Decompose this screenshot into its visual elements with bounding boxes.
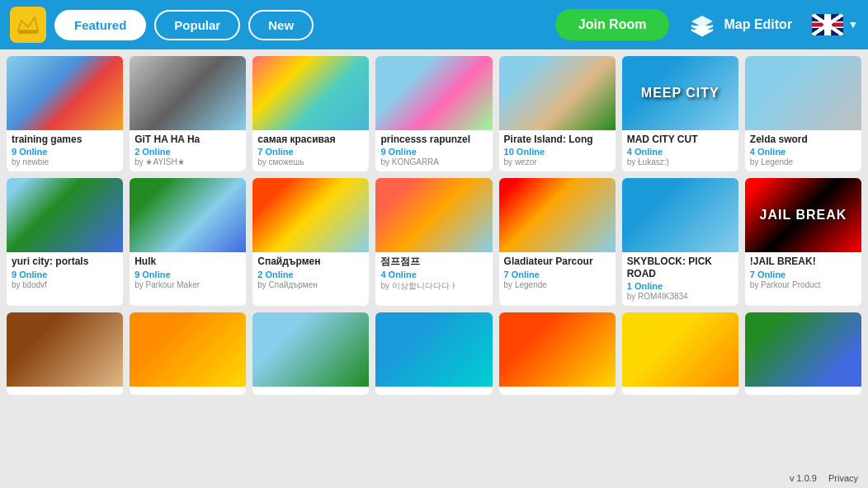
game-thumbnail [499,56,616,130]
game-thumbnail [252,178,369,252]
game-info [499,387,616,395]
game-info [130,387,246,395]
game-author: by ROM4IK3834 [627,292,734,301]
game-card[interactable]: SKYBLOCK: PICK ROAD1 Onlineby ROM4IK3834 [622,178,738,306]
crown-icon[interactable] [10,7,46,43]
language-button[interactable]: ▼ [812,14,858,35]
new-button[interactable]: New [248,10,314,40]
game-title: GiT HA HA Ha [134,134,241,145]
game-info: 점프점프4 Onlineby 이상합니다다다ㅏ [375,252,492,296]
map-editor-area[interactable]: Map Editor [687,10,792,40]
game-thumbnail: JAIL BREAK [745,178,861,252]
game-online-count: 1 Online [627,281,734,291]
game-author: by Parkour Maker [134,280,241,289]
game-info: !JAIL BREAK!7 Onlineby Parkour Product [745,252,861,293]
game-online-count: 9 Online [12,270,118,279]
privacy-link[interactable]: Privacy [828,473,858,483]
game-author: by Спайдърмен [257,280,364,289]
game-thumbnail [130,178,246,252]
game-thumbnail [622,178,738,252]
game-online-count: 2 Online [134,147,241,157]
game-info: самая красивая7 Onlineby сможешь [252,130,369,171]
game-card[interactable] [252,312,369,395]
game-info: training games9 Onlineby newbie [7,130,123,171]
game-card[interactable]: JAIL BREAK!JAIL BREAK!7 Onlineby Parkour… [745,178,861,306]
game-card[interactable]: training games9 Onlineby newbie [7,56,123,171]
game-thumbnail [499,312,616,387]
game-title: 점프점프 [380,256,487,267]
featured-button[interactable]: Featured [54,10,146,40]
game-card[interactable]: Gladiateur Parcour7 Onlineby Legende [499,178,616,306]
game-thumbnail [252,56,369,130]
game-title: Hulk [134,256,241,267]
game-info: MAD CITY CUT4 Onlineby Łukasz:) [622,130,738,171]
game-online-count: 9 Online [380,147,487,157]
game-info: princesss rapunzel9 Onlineby KONGARRA [375,130,492,171]
game-author: by сможешь [257,157,364,167]
game-card[interactable]: самая красивая7 Onlineby сможешь [252,56,369,171]
game-title: Gladiateur Parcour [504,256,611,267]
game-card[interactable]: Zelda sword4 Onlineby Legende [745,56,861,171]
svg-rect-10 [812,23,843,27]
svg-rect-7 [824,14,831,35]
game-author: by Legende [750,157,856,167]
game-title: MAD CITY CUT [627,134,734,145]
game-thumbnail [130,56,246,130]
game-info: SKYBLOCK: PICK ROAD1 Onlineby ROM4IK3834 [622,252,738,306]
game-card[interactable] [130,312,246,395]
game-thumbnail [375,56,492,130]
game-online-count: 10 Online [504,147,611,157]
game-thumbnail [7,56,123,130]
join-room-button[interactable]: Join Room [555,9,670,40]
game-card[interactable]: yuri city: portals9 Onlineby tidodvf [7,178,123,306]
game-title: princesss rapunzel [380,134,487,145]
game-thumbnail [375,178,492,252]
game-card[interactable]: Pirate Island: Long10 Onlineby wezor [499,56,616,171]
game-title: Pirate Island: Long [504,134,611,145]
game-author: by wezor [504,157,611,167]
game-card[interactable]: 점프점프4 Onlineby 이상합니다다다ㅏ [375,178,492,306]
game-title: training games [12,134,118,145]
game-card[interactable] [622,312,738,395]
game-card[interactable]: Спайдърмен2 Onlineby Спайдърмен [252,178,369,306]
game-info [745,387,861,395]
game-info [252,387,369,395]
game-card[interactable] [745,312,861,395]
svg-rect-8 [812,21,843,28]
game-thumbnail [7,312,123,387]
game-thumbnail [252,312,369,387]
game-info: Gladiateur Parcour7 Onlineby Legende [499,252,616,293]
game-card[interactable]: Hulk9 Onlineby Parkour Maker [130,178,246,306]
content-area: training games9 Onlineby newbieGiT HA HA… [0,49,868,488]
game-online-count: 9 Online [134,270,241,279]
svg-line-3 [812,14,843,35]
game-online-count: 4 Online [750,147,856,157]
game-online-count: 7 Online [504,270,611,279]
game-thumbnail [375,312,492,387]
game-title: SKYBLOCK: PICK ROAD [627,256,734,279]
flag-icon [812,14,843,35]
svg-marker-0 [18,17,38,30]
game-thumbnail [745,312,861,387]
game-author: by 이상합니다다다ㅏ [380,280,487,292]
game-online-count: 7 Online [257,147,364,157]
game-card[interactable] [375,312,492,395]
game-card[interactable]: MEEP CITYMAD CITY CUT4 Onlineby Łukasz:) [622,56,738,171]
game-online-count: 2 Online [257,270,364,279]
game-thumbnail [499,178,616,252]
game-author: by newbie [12,157,118,167]
game-card[interactable]: princesss rapunzel9 Onlineby KONGARRA [375,56,492,171]
game-title: yuri city: portals [12,256,118,267]
game-grid: training games9 Onlineby newbieGiT HA HA… [7,56,861,395]
game-info [622,387,738,395]
game-card[interactable]: GiT HA HA Ha2 Onlineby ★AYISH★ [130,56,246,171]
popular-button[interactable]: Popular [154,10,240,40]
game-card[interactable] [499,312,616,395]
game-title: Zelda sword [750,134,856,145]
game-info [375,387,492,395]
game-info: Спайдърмен2 Onlineby Спайдърмен [252,252,369,293]
game-info: Zelda sword4 Onlineby Legende [745,130,861,171]
header: Featured Popular New Join Room Map Edito… [0,0,868,49]
svg-line-4 [812,14,843,35]
game-card[interactable] [7,312,123,395]
